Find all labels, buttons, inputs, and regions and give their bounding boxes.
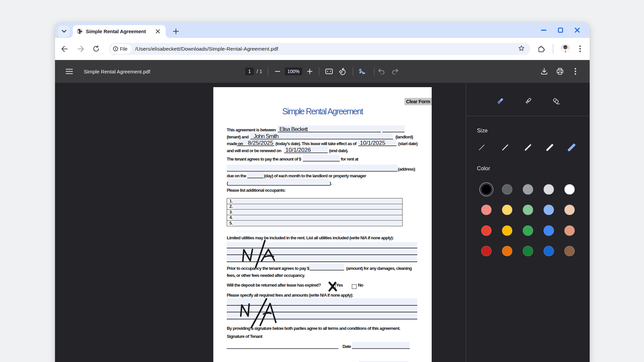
write-in-line[interactable] bbox=[227, 306, 417, 313]
occupant-row[interactable]: 4. bbox=[227, 215, 402, 221]
occupant-row[interactable]: 5. bbox=[227, 221, 402, 226]
color-swatch-EEC9AE[interactable] bbox=[565, 205, 575, 215]
form-field[interactable] bbox=[303, 155, 340, 161]
color-swatch-8C6245[interactable] bbox=[565, 246, 575, 256]
zoom-out-button[interactable] bbox=[273, 71, 282, 72]
color-swatch-DADCE0[interactable] bbox=[544, 184, 554, 195]
file-scheme-chip[interactable]: File bbox=[110, 44, 132, 54]
pen-tool-button[interactable] bbox=[492, 93, 508, 109]
occupant-field[interactable] bbox=[233, 210, 401, 215]
occupant-field[interactable] bbox=[233, 221, 401, 226]
field-underline bbox=[227, 171, 397, 172]
stroke-size-option-medium[interactable] bbox=[524, 143, 532, 152]
annotate-button[interactable] bbox=[357, 68, 367, 74]
reload-button[interactable] bbox=[90, 43, 102, 55]
color-swatch-F28B82[interactable] bbox=[481, 205, 492, 215]
color-swatch-C5221F[interactable] bbox=[481, 246, 492, 256]
color-swatch-000000[interactable] bbox=[481, 184, 492, 195]
minimize-button[interactable] bbox=[535, 22, 552, 38]
color-swatch-188038[interactable] bbox=[523, 246, 533, 256]
pdf-more-options-button[interactable] bbox=[571, 68, 580, 75]
pdf-content-area: Clear FormSimple Rental Agreement1.2.3.4… bbox=[55, 83, 590, 362]
write-in-line[interactable] bbox=[227, 298, 417, 306]
globe-icon bbox=[77, 28, 83, 34]
color-swatch-FDD663[interactable] bbox=[502, 205, 513, 215]
download-button[interactable] bbox=[538, 68, 550, 75]
write-in-line[interactable] bbox=[227, 242, 417, 248]
color-swatch-1967D2[interactable] bbox=[544, 246, 554, 256]
new-tab-button[interactable] bbox=[172, 27, 180, 36]
zoom-in-button[interactable] bbox=[305, 69, 314, 74]
checkbox[interactable] bbox=[331, 284, 336, 289]
doc-text: due on the bbox=[227, 173, 246, 179]
stroke-size-option-thick[interactable] bbox=[545, 143, 554, 152]
color-swatch-E8710A[interactable] bbox=[502, 246, 513, 256]
color-swatch-4285F4[interactable] bbox=[544, 226, 554, 236]
tab-strip: Simple Rental Agreement bbox=[55, 22, 590, 38]
occupant-field[interactable] bbox=[233, 204, 401, 209]
stroke-size-option-thin[interactable] bbox=[501, 143, 509, 152]
form-field-strip bbox=[236, 230, 386, 233]
browser-menu-button[interactable] bbox=[574, 43, 586, 55]
rotate-button[interactable] bbox=[337, 67, 348, 75]
clear-form-button[interactable]: Clear Form bbox=[405, 98, 432, 105]
bookmark-star-button[interactable] bbox=[518, 45, 525, 53]
occupant-row[interactable]: 3. bbox=[227, 209, 402, 215]
eraser-tool-button[interactable] bbox=[548, 93, 564, 109]
zoom-level-input[interactable]: 100% bbox=[285, 67, 302, 75]
write-in-line[interactable] bbox=[227, 248, 417, 255]
color-swatch-8AB4F8[interactable] bbox=[544, 205, 554, 215]
color-swatch-81C995[interactable] bbox=[523, 205, 533, 215]
extensions-button[interactable] bbox=[536, 43, 547, 55]
pdf-page[interactable]: Clear FormSimple Rental Agreement1.2.3.4… bbox=[213, 87, 432, 362]
stroke-size-option-extra-thin[interactable] bbox=[477, 143, 486, 152]
page-number-input[interactable]: 1 bbox=[245, 67, 254, 75]
print-button[interactable] bbox=[554, 68, 566, 75]
color-swatch-EA4335[interactable] bbox=[481, 226, 492, 236]
redo-button[interactable] bbox=[390, 68, 400, 74]
form-field[interactable] bbox=[228, 179, 329, 185]
color-swatch-9AA0A6[interactable] bbox=[523, 184, 533, 195]
doc-text: (day) of each month to the landlord or p… bbox=[264, 173, 366, 179]
maximize-icon bbox=[558, 27, 563, 33]
color-section-label: Color bbox=[477, 166, 490, 172]
fit-to-width-button[interactable] bbox=[323, 69, 335, 74]
doc-text: No bbox=[358, 282, 363, 289]
highlighter-icon bbox=[524, 97, 532, 105]
form-field[interactable] bbox=[309, 264, 344, 270]
color-swatch-FFFFFF[interactable] bbox=[565, 184, 575, 195]
color-swatch-E2997B[interactable] bbox=[565, 226, 575, 236]
download-icon bbox=[541, 68, 548, 75]
stroke-size-option-extra-thick[interactable] bbox=[567, 143, 576, 152]
form-field[interactable] bbox=[227, 165, 397, 171]
pdf-menu-button[interactable] bbox=[64, 69, 74, 74]
address-bar[interactable]: File /Users/elisabeckett/Downloads/Simpl… bbox=[109, 43, 530, 55]
profile-avatar[interactable] bbox=[559, 43, 571, 55]
field-value: Elisa Beckett bbox=[279, 126, 308, 132]
tab-simple-rental-agreement[interactable]: Simple Rental Agreement bbox=[73, 25, 166, 38]
color-swatch-5F6368[interactable] bbox=[502, 184, 513, 195]
occupant-row[interactable]: 1. bbox=[227, 198, 402, 204]
color-swatch-FBBC04[interactable] bbox=[502, 226, 513, 236]
tab-search-button[interactable] bbox=[58, 25, 70, 37]
color-swatch-34A853[interactable] bbox=[523, 226, 533, 236]
tab-close-button[interactable] bbox=[154, 27, 162, 36]
occupant-field[interactable] bbox=[233, 216, 401, 220]
checkbox[interactable] bbox=[352, 284, 357, 289]
occupant-row[interactable]: 2. bbox=[227, 204, 402, 210]
write-in-line[interactable] bbox=[227, 312, 417, 319]
tab-title: Simple Rental Agreement bbox=[86, 28, 151, 34]
write-in-line[interactable] bbox=[227, 255, 417, 262]
undo-button[interactable] bbox=[376, 68, 386, 74]
pdf-viewer[interactable]: Clear FormSimple Rental Agreement1.2.3.4… bbox=[55, 83, 466, 362]
occupant-field[interactable] bbox=[233, 199, 401, 203]
form-field[interactable] bbox=[247, 172, 264, 178]
close-window-button[interactable] bbox=[569, 22, 586, 38]
forward-button[interactable] bbox=[75, 43, 87, 55]
form-field[interactable] bbox=[352, 342, 410, 349]
field-underline bbox=[228, 185, 330, 186]
maximize-button[interactable] bbox=[552, 22, 569, 38]
field-value: 10/1/2026 bbox=[285, 147, 311, 153]
highlighter-tool-button[interactable] bbox=[520, 93, 536, 109]
back-button[interactable] bbox=[59, 43, 70, 55]
